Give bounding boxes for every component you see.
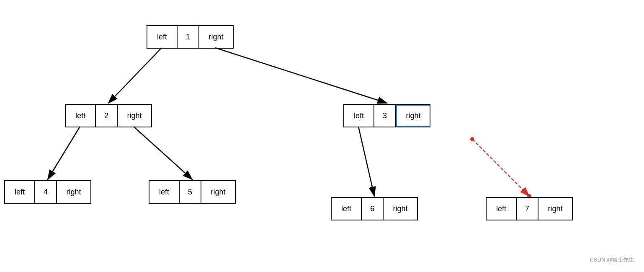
node-7-left: left [487, 198, 517, 220]
node-3-right: right [396, 105, 430, 127]
node-4-value: 4 [35, 181, 57, 203]
node-7-value: 7 [517, 198, 538, 220]
canvas: left 1 right left 2 right left 3 right l… [0, 0, 644, 272]
node-1-right: right [199, 26, 233, 48]
svg-line-3 [215, 48, 387, 103]
node-6[interactable]: left 6 right [331, 197, 418, 220]
node-2[interactable]: left 2 right [65, 104, 152, 127]
node-6-left: left [332, 198, 362, 220]
svg-line-4 [48, 127, 80, 179]
node-5-right: right [201, 181, 235, 203]
node-6-right: right [384, 198, 417, 220]
node-2-value: 2 [96, 105, 118, 127]
svg-point-8 [470, 137, 474, 141]
svg-line-2 [108, 48, 162, 103]
svg-line-5 [134, 127, 192, 179]
node-5[interactable]: left 5 right [149, 180, 236, 204]
svg-line-6 [358, 127, 374, 196]
node-3[interactable]: left 3 right [343, 104, 430, 127]
node-7[interactable]: left 7 right [486, 197, 573, 220]
node-2-right: right [118, 105, 151, 127]
node-4-right: right [57, 181, 90, 203]
node-5-left: left [149, 181, 180, 203]
node-4-left: left [5, 181, 35, 203]
svg-line-7 [472, 139, 529, 196]
node-3-value: 3 [374, 105, 396, 127]
node-1[interactable]: left 1 right [147, 25, 234, 49]
node-2-left: left [66, 105, 96, 127]
node-3-left: left [344, 105, 374, 127]
node-1-value: 1 [178, 26, 199, 48]
node-4[interactable]: left 4 right [4, 180, 91, 204]
arrows-svg [0, 0, 644, 272]
node-1-left: left [147, 26, 178, 48]
watermark: CSDN @吉士先生. [590, 256, 636, 264]
node-7-right: right [538, 198, 572, 220]
node-5-value: 5 [180, 181, 201, 203]
node-6-value: 6 [362, 198, 384, 220]
